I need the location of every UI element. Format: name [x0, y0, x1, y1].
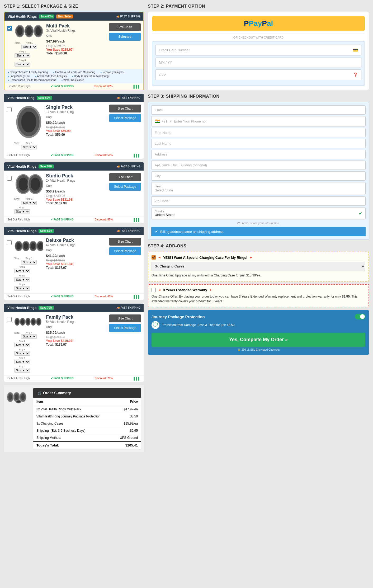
step3-header: STEP 3: SHIPPING INFORMATION — [148, 94, 369, 99]
pack-total-multi: Total: $143.98 — [46, 51, 106, 55]
billing-check-icon: ✔ — [155, 229, 158, 234]
package-card-deluxe: Vital Health Rings Save 65% 🚚FAST SHIPPI… — [4, 227, 144, 300]
size-ring1-family[interactable]: Size ▼ — [21, 334, 37, 339]
order-summary-header: 🛒 Order Summary — [33, 388, 141, 398]
size-ring4-deluxe[interactable]: Size ▼ — [14, 286, 30, 291]
order-summary-table: Item Price 3x Vital Health Rings Multi P… — [33, 398, 141, 449]
size-chart-btn-single[interactable]: Size Chart — [109, 105, 141, 112]
size-chart-btn-multi[interactable]: Size Chart — [109, 23, 141, 31]
size-chart-btn-studio[interactable]: Size Chart — [109, 173, 141, 181]
card-header-single: Vital Health Ring Save 50% 🚚FAST SHIPPIN… — [4, 94, 144, 102]
svg-point-19 — [38, 243, 43, 249]
billing-same-row[interactable]: ✔ Billing address same as shipping addre… — [151, 227, 366, 236]
arrow-left-icon: ◄ — [158, 256, 161, 259]
sellout-multi: Sell-Out Risk: High — [8, 85, 30, 88]
size-chart-btn-deluxe[interactable]: Size Chart — [109, 238, 141, 246]
size-ring4-family[interactable]: Size ▼ — [14, 360, 30, 364]
paypal-button[interactable]: PPayPal — [152, 16, 365, 31]
email-field[interactable]: Email — [151, 105, 366, 115]
svg-point-31 — [8, 394, 12, 400]
ring-image-studio: Size: Ring 1Size ▼ Ring 2Size ▼ — [14, 173, 43, 214]
warranty-addon: ◄ 3 Years Extended Warranty ► One-Chance… — [148, 284, 369, 307]
size-ring1-single[interactable]: Size ▼ — [21, 145, 37, 149]
total-row: Today's Total: $205.41 — [33, 441, 141, 449]
first-name-field[interactable]: First Name — [151, 128, 366, 137]
pack-name-multi: Multi Pack — [46, 23, 106, 29]
package-card-studio: Vital Health Rings Save 55% 🚚FAST SHIPPI… — [4, 162, 144, 223]
size-ring1-studio[interactable]: Size ▼ — [21, 201, 37, 205]
checkbox-multi[interactable] — [7, 26, 12, 31]
col-item: Item — [33, 398, 113, 406]
size-ring5-family[interactable]: Size ▼ — [14, 368, 30, 373]
svg-point-25 — [26, 319, 29, 324]
card-brand-multi: Vital Health Rings Save 60% Best Seller — [8, 15, 73, 18]
select-btn-deluxe[interactable]: Select Package — [109, 247, 141, 255]
checkbox-single[interactable] — [7, 107, 12, 113]
address-field[interactable]: Address — [151, 150, 366, 159]
mm-yy-field[interactable]: MM / YY — [155, 58, 361, 67]
country-field[interactable]: Country United States ✔ — [151, 207, 366, 219]
warranty-checkbox[interactable] — [152, 288, 156, 292]
journey-toggle[interactable] — [355, 314, 365, 319]
cvv-field[interactable]: CVV ❓ — [155, 69, 361, 80]
cc-number-field[interactable]: Credit Card Number 💳 — [155, 45, 361, 55]
discount-multi: Discount: 60% — [95, 85, 113, 88]
size-ring3-deluxe[interactable]: Size ▼ — [14, 277, 30, 282]
apt-field[interactable]: Apt, Suite, Unit, Building (optional) — [151, 161, 366, 170]
payment-section: PPayPal OR CHECKOUT WITH CREDIT CARD Cre… — [148, 12, 369, 90]
select-btn-single[interactable]: Select Package — [109, 114, 141, 122]
size-ring2-multi[interactable]: Size ▼ — [15, 53, 30, 58]
country-label: Country — [155, 210, 175, 213]
zip-field[interactable]: Zip Code: — [151, 196, 366, 206]
svg-point-29 — [37, 319, 40, 324]
card-features-multi: ● Comprehensive Activity Tracking ● Cont… — [4, 69, 143, 83]
charging-case-select[interactable]: 3x Charging Cases 1x Charging Case 2x Ch… — [152, 262, 365, 271]
badge-bestseller-multi: Best Seller — [56, 15, 73, 18]
charging-case-checkbox[interactable] — [152, 255, 156, 260]
never-share-text: We never share your information. — [151, 222, 366, 225]
size-ring1-multi[interactable]: Size ▼ — [21, 45, 37, 49]
size-ring3-multi[interactable]: Size ▼ — [15, 62, 30, 67]
svg-point-17 — [31, 243, 35, 249]
card-info-multi: Multi Pack 3x Vital Health Rings Only $4… — [46, 23, 106, 55]
order-summary-wrapper: 🛒 Order Summary Item Price 3x Vital Heal… — [4, 385, 144, 452]
svg-point-1 — [17, 27, 22, 35]
badge-save-multi: Save 60% — [39, 15, 54, 18]
svg-point-7 — [21, 111, 36, 132]
step1-header: STEP 1: SELECT PACKAGE & SIZE — [4, 4, 144, 9]
size-chart-btn-family[interactable]: Size Chart — [109, 314, 141, 322]
flag-icon: 🇮🇳 — [155, 119, 160, 124]
help-icon: ❓ — [353, 72, 358, 77]
warranty-desc: One-Chance Offer: By placing your order … — [152, 294, 365, 304]
addon-section: ◄ YES! I Want A Special Charging Case Fo… — [148, 252, 369, 355]
svg-point-37 — [17, 401, 20, 402]
pack-only-multi: Only — [46, 34, 106, 37]
size-ring2-studio[interactable]: Size ▼ — [14, 209, 30, 214]
size-ring1-deluxe[interactable]: Size ▼ — [21, 260, 37, 265]
complete-order-button[interactable]: Yes, Complete My Order » — [152, 333, 365, 347]
arrow-right-icon: ► — [249, 256, 253, 259]
svg-point-9 — [19, 178, 28, 191]
size-ring2-deluxe[interactable]: Size ▼ — [14, 269, 30, 273]
city-field[interactable]: City — [151, 171, 366, 181]
journey-title: Journey Package Protection — [152, 314, 205, 319]
select-btn-family[interactable]: Select Package — [109, 324, 141, 332]
svg-point-5 — [36, 27, 41, 35]
last-name-field[interactable]: Last Name — [151, 139, 366, 148]
state-field[interactable]: State: Select State — [151, 182, 366, 195]
ring-image-multi: Size: Ring 1Size ▼ Ring 2Size ▼ Ring 3Si… — [15, 23, 44, 67]
or-divider: OR CHECKOUT WITH CREDIT CARD — [152, 34, 365, 39]
select-btn-multi[interactable]: Selected — [109, 33, 141, 41]
card-footer-multi: Sell-Out Risk: High ✔ FAST SHIPPING Disc… — [4, 83, 143, 90]
card-icon: 💳 — [353, 48, 358, 53]
svg-point-11 — [31, 178, 40, 191]
package-card-single: Vital Health Ring Save 50% 🚚FAST SHIPPIN… — [4, 93, 144, 159]
shield-icon: 🛡 — [152, 321, 159, 329]
size-ring3-family[interactable]: Size ▼ — [14, 351, 30, 356]
size-ring2-family[interactable]: Size ▼ — [14, 343, 30, 347]
select-btn-studio[interactable]: Select Package — [109, 183, 141, 191]
shipping-section: Email 🇮🇳 +91 ▼ Enter Your Phone no First… — [148, 102, 369, 240]
svg-point-21 — [16, 319, 19, 324]
phone-field[interactable]: 🇮🇳 +91 ▼ Enter Your Phone no — [151, 116, 366, 126]
step4-header: STEP 4: ADD-ONS — [148, 244, 369, 248]
